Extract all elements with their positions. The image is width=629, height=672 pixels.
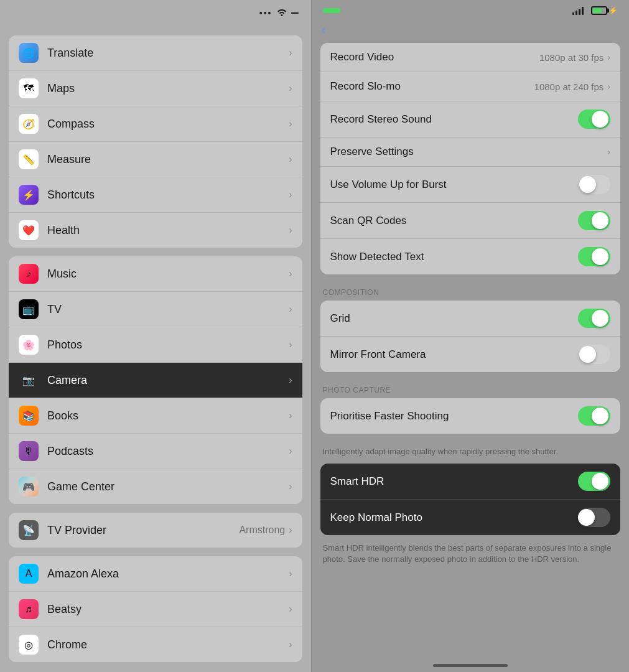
settings-item-gamecenter[interactable]: 🎮Game Center› bbox=[9, 469, 302, 504]
settings-item-podcasts[interactable]: 🎙Podcasts› bbox=[9, 434, 302, 469]
music-chevron-icon: › bbox=[289, 268, 292, 279]
camera-group: GridMirror Front Camera bbox=[320, 301, 621, 372]
settings-item-alexa[interactable]: AAmazon Alexa› bbox=[9, 556, 302, 592]
preserve-settings-chevron-icon: › bbox=[607, 147, 610, 157]
toggle[interactable] bbox=[578, 110, 610, 129]
back-button[interactable]: ‹ bbox=[322, 22, 328, 37]
dark-group: Smart HDRKeep Normal Photo bbox=[320, 464, 621, 535]
toggle-thumb bbox=[578, 509, 595, 526]
toggle[interactable] bbox=[578, 247, 610, 266]
battery-badge bbox=[291, 12, 299, 14]
books-chevron-icon: › bbox=[289, 410, 292, 421]
settings-group: 🌐Translate›🗺Maps›🧭Compass›📏Measure›⚡Shor… bbox=[9, 35, 302, 248]
dark-item-keep-normal[interactable]: Keep Normal Photo bbox=[320, 500, 621, 535]
toggle[interactable] bbox=[578, 345, 610, 364]
music-icon: ♪ bbox=[19, 264, 39, 284]
battery-fill bbox=[593, 8, 602, 13]
settings-group: AAmazon Alexa›♬Beatsy›◎Chrome› bbox=[9, 556, 302, 662]
status-bar-left: ••• bbox=[0, 0, 311, 23]
camera-item-preserve-settings[interactable]: Preserve Settings› bbox=[320, 138, 621, 167]
preserve-settings-label: Preserve Settings bbox=[330, 146, 608, 158]
compass-icon: 🧭 bbox=[19, 114, 39, 134]
settings-item-health[interactable]: ❤️Health› bbox=[9, 213, 302, 248]
compass-label: Compass bbox=[47, 118, 289, 131]
tv-icon: 📺 bbox=[19, 299, 39, 319]
shortcuts-icon: ⚡ bbox=[19, 185, 39, 205]
settings-item-measure[interactable]: 📏Measure› bbox=[9, 142, 302, 177]
chrome-icon: ◎ bbox=[19, 635, 39, 655]
settings-item-maps[interactable]: 🗺Maps› bbox=[9, 71, 302, 106]
alexa-chevron-icon: › bbox=[289, 568, 292, 579]
tvprovider-chevron-icon: › bbox=[289, 525, 292, 536]
camera-item-show-text[interactable]: Show Detected Text bbox=[320, 239, 621, 274]
camera-chevron-icon: › bbox=[289, 375, 292, 386]
camera-item-record-video[interactable]: Record Video1080p at 30 fps› bbox=[320, 43, 621, 72]
music-label: Music bbox=[47, 268, 289, 281]
status-right-icons: ⚡ bbox=[572, 6, 618, 15]
maps-chevron-icon: › bbox=[289, 83, 292, 94]
toggle[interactable] bbox=[578, 406, 610, 426]
faster-shooting-label: Prioritise Faster Shooting bbox=[330, 410, 579, 422]
camera-item-scan-qr[interactable]: Scan QR Codes bbox=[320, 203, 621, 239]
settings-item-translate[interactable]: 🌐Translate› bbox=[9, 35, 302, 71]
tvprovider-label: TV Provider bbox=[47, 524, 239, 537]
toggle-thumb bbox=[592, 248, 608, 265]
signal-bar-2 bbox=[575, 11, 577, 15]
camera-item-volume-burst[interactable]: Use Volume Up for Burst bbox=[320, 167, 621, 203]
mirror-front-label: Mirror Front Camera bbox=[330, 348, 579, 361]
toggle[interactable] bbox=[578, 472, 610, 491]
camera-item-record-stereo[interactable]: Record Stereo Sound bbox=[320, 101, 621, 138]
settings-title bbox=[0, 23, 311, 35]
toggle[interactable] bbox=[578, 211, 610, 230]
settings-item-chrome[interactable]: ◎Chrome› bbox=[9, 627, 302, 662]
settings-item-photos[interactable]: 🌸Photos› bbox=[9, 327, 302, 363]
tvprovider-icon: 📡 bbox=[19, 520, 39, 540]
settings-item-tvprovider[interactable]: 📡TV ProviderArmstrong› bbox=[9, 513, 302, 548]
toggle[interactable] bbox=[578, 309, 610, 328]
camera-item-grid[interactable]: Grid bbox=[320, 301, 621, 337]
settings-item-books[interactable]: 📚Books› bbox=[9, 398, 302, 434]
maps-icon: 🗺 bbox=[19, 78, 39, 98]
camera-item-mirror-front[interactable]: Mirror Front Camera bbox=[320, 337, 621, 372]
compass-chevron-icon: › bbox=[289, 118, 292, 129]
toggle[interactable] bbox=[578, 175, 610, 194]
volume-burst-label: Use Volume Up for Burst bbox=[330, 179, 579, 191]
home-indicator bbox=[433, 664, 508, 667]
settings-item-compass[interactable]: 🧭Compass› bbox=[9, 106, 302, 142]
gamecenter-label: Game Center bbox=[47, 480, 289, 493]
dark-item-smart-hdr[interactable]: Smart HDR bbox=[320, 464, 621, 500]
toggle-thumb bbox=[592, 408, 608, 424]
settings-item-shortcuts[interactable]: ⚡Shortcuts› bbox=[9, 177, 302, 213]
translate-label: Translate bbox=[47, 47, 289, 60]
podcasts-chevron-icon: › bbox=[289, 446, 292, 457]
settings-item-beatsy[interactable]: ♬Beatsy› bbox=[9, 592, 302, 627]
toggle-thumb bbox=[592, 212, 608, 229]
section-label: COMPOSITION bbox=[320, 283, 621, 301]
time-right bbox=[323, 8, 340, 13]
camera-nav: ‹ bbox=[312, 20, 630, 43]
translate-icon: 🌐 bbox=[19, 43, 39, 63]
settings-item-camera[interactable]: 📷Camera› bbox=[9, 363, 302, 398]
camera-group: Record Video1080p at 30 fps›Record Slo-m… bbox=[320, 43, 621, 274]
alexa-icon: A bbox=[19, 564, 39, 584]
books-icon: 📚 bbox=[19, 406, 39, 426]
camera-icon: 📷 bbox=[19, 370, 39, 390]
toggle[interactable] bbox=[578, 508, 610, 527]
record-video-chevron-icon: › bbox=[607, 52, 610, 62]
battery-right: ⚡ bbox=[591, 6, 618, 15]
settings-item-tv[interactable]: 📺TV› bbox=[9, 292, 302, 327]
chrome-chevron-icon: › bbox=[289, 639, 292, 650]
tv-chevron-icon: › bbox=[289, 304, 292, 315]
podcasts-label: Podcasts bbox=[47, 445, 289, 458]
camera-sections: Record Video1080p at 30 fps›Record Slo-m… bbox=[320, 43, 621, 572]
signal-bar-3 bbox=[579, 9, 580, 15]
signal-bars bbox=[572, 6, 584, 15]
camera-item-faster-shooting[interactable]: Prioritise Faster Shooting bbox=[320, 398, 621, 434]
health-chevron-icon: › bbox=[289, 225, 292, 236]
podcasts-icon: 🎙 bbox=[19, 441, 39, 461]
settings-item-music[interactable]: ♪Music› bbox=[9, 256, 302, 292]
camera-item-record-slomo[interactable]: Record Slo-mo1080p at 240 fps› bbox=[320, 72, 621, 101]
shortcuts-chevron-icon: › bbox=[289, 189, 292, 200]
record-stereo-label: Record Stereo Sound bbox=[330, 113, 579, 126]
beatsy-chevron-icon: › bbox=[289, 604, 292, 615]
